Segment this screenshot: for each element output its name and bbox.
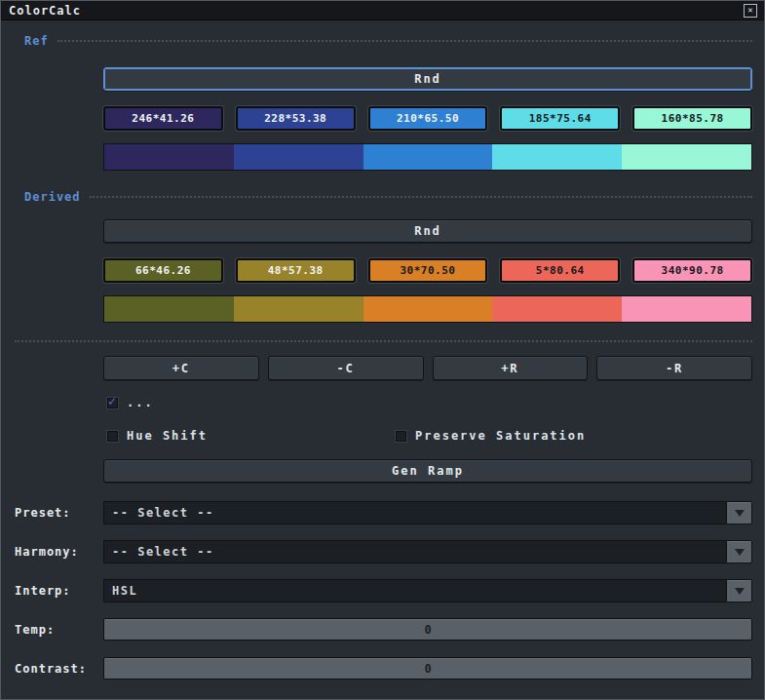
derived-rnd-button[interactable]: Rnd <box>103 219 752 243</box>
close-icon: ✕ <box>747 6 752 15</box>
harmony-value[interactable]: -- Select -- <box>103 540 726 564</box>
hue-shift-checkbox[interactable] <box>107 431 118 442</box>
harmony-row: Harmony: -- Select -- <box>15 540 752 564</box>
harmony-dropdown[interactable]: -- Select -- <box>103 540 752 564</box>
harmony-label: Harmony: <box>15 545 103 559</box>
interp-value[interactable]: HSL <box>103 579 726 603</box>
temp-row: Temp: 0 <box>15 618 752 641</box>
ref-ramp-segment-5 <box>622 144 751 170</box>
ref-swatch-3[interactable]: 210*65.50 <box>368 106 488 131</box>
preset-dropdown[interactable]: -- Select -- <box>103 501 752 525</box>
chevron-down-icon <box>735 588 745 595</box>
titlebar[interactable]: ColorCalc ✕ <box>1 1 764 20</box>
ref-rnd-button[interactable]: Rnd <box>103 67 752 91</box>
contrast-label: Contrast: <box>15 662 103 676</box>
derived-ramp-strip <box>103 295 752 323</box>
minus-r-button[interactable]: -R <box>596 356 752 380</box>
ref-group-label: Ref <box>24 34 49 48</box>
colorcalc-window: ColorCalc ✕ Ref Rnd 246*41.26 228*53.38 … <box>0 0 765 700</box>
interp-dropdown[interactable]: HSL <box>103 579 752 603</box>
interp-label: Interp: <box>15 584 103 598</box>
derived-swatch-5[interactable]: 340*90.78 <box>632 258 752 283</box>
ref-group-divider <box>57 40 752 42</box>
derived-group-header: Derived <box>24 190 752 204</box>
preset-row: Preset: -- Select -- <box>15 501 752 525</box>
close-button[interactable]: ✕ <box>744 4 757 18</box>
derived-ramp-segment-5 <box>622 296 751 322</box>
chevron-down-icon <box>735 510 745 517</box>
dots-checkbox[interactable]: ✓ <box>107 398 118 408</box>
derived-ramp-segment-2 <box>234 296 363 322</box>
plus-c-button[interactable]: +C <box>103 356 259 380</box>
derived-group-divider <box>90 196 752 198</box>
ref-ramp-strip <box>103 143 752 171</box>
ref-ramp-segment-3 <box>363 144 493 170</box>
temp-slider-value: 0 <box>424 623 431 637</box>
derived-swatch-3[interactable]: 30*70.50 <box>368 258 488 283</box>
temp-slider[interactable]: 0 <box>103 618 752 641</box>
derived-group-label: Derived <box>24 190 81 204</box>
preset-dropdown-button[interactable] <box>726 501 752 525</box>
derived-ramp-segment-1 <box>104 296 234 322</box>
preserve-saturation-label: Preserve Saturation <box>415 429 586 443</box>
contrast-row: Contrast: 0 <box>15 657 752 680</box>
hue-shift-label: Hue Shift <box>127 429 208 443</box>
preserve-saturation-option: Preserve Saturation <box>396 429 586 443</box>
minus-c-button[interactable]: -C <box>268 356 424 380</box>
preset-label: Preset: <box>15 506 103 520</box>
ref-ramp-segment-2 <box>234 144 363 170</box>
derived-swatch-2[interactable]: 48*57.38 <box>236 258 356 283</box>
preserve-saturation-checkbox[interactable] <box>396 431 406 442</box>
interp-dropdown-button[interactable] <box>726 579 752 603</box>
window-title: ColorCalc <box>9 4 81 18</box>
derived-ramp-segment-4 <box>492 296 622 322</box>
derived-swatch-row: 66*46.26 48*57.38 30*70.50 5*80.64 340*9… <box>103 258 752 283</box>
section-divider <box>15 340 752 342</box>
contrast-slider[interactable]: 0 <box>103 657 752 680</box>
derived-ramp-segment-3 <box>363 296 493 322</box>
dots-option-row: ✓ ... <box>107 396 752 409</box>
ref-swatch-2[interactable]: 228*53.38 <box>236 106 356 131</box>
hue-shift-option: Hue Shift <box>107 429 396 443</box>
derived-swatch-4[interactable]: 5*80.64 <box>500 258 620 283</box>
ref-swatch-4[interactable]: 185*75.64 <box>500 106 620 131</box>
dots-checkbox-label: ... <box>127 396 154 409</box>
ref-swatch-1[interactable]: 246*41.26 <box>103 106 223 131</box>
harmony-dropdown-button[interactable] <box>726 540 752 564</box>
shift-options-row: Hue Shift Preserve Saturation <box>107 429 752 443</box>
check-icon: ✓ <box>108 394 116 408</box>
ref-swatch-row: 246*41.26 228*53.38 210*65.50 185*75.64 … <box>103 106 752 131</box>
ref-ramp-segment-1 <box>104 144 234 170</box>
preset-value[interactable]: -- Select -- <box>103 501 726 525</box>
ref-ramp-segment-4 <box>492 144 622 170</box>
ops-row: +C -C +R -R <box>103 356 752 380</box>
ref-group-header: Ref <box>24 34 752 48</box>
plus-r-button[interactable]: +R <box>433 356 589 380</box>
interp-row: Interp: HSL <box>15 579 752 603</box>
temp-label: Temp: <box>15 623 103 637</box>
gen-ramp-button[interactable]: Gen Ramp <box>103 459 752 483</box>
content-area: Ref Rnd 246*41.26 228*53.38 210*65.50 18… <box>1 20 764 680</box>
ref-swatch-5[interactable]: 160*85.78 <box>632 106 752 131</box>
chevron-down-icon <box>735 549 745 556</box>
derived-swatch-1[interactable]: 66*46.26 <box>103 258 223 283</box>
contrast-slider-value: 0 <box>424 662 431 676</box>
